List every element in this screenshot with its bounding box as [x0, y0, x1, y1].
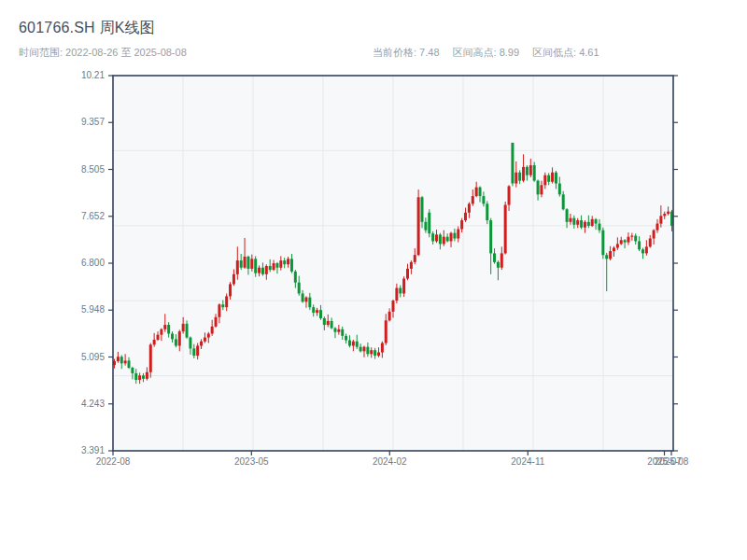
candle-body: [359, 347, 362, 352]
candle-body: [304, 298, 307, 302]
candle-body: [261, 268, 264, 274]
candle-body: [395, 288, 398, 301]
candle-body: [595, 219, 598, 224]
stat-current-price: 当前价格: 7.48: [373, 46, 440, 60]
candle-body: [244, 257, 247, 268]
y-tick-label: 10.21: [81, 70, 105, 80]
candle-body: [543, 175, 546, 186]
candle-body: [649, 239, 652, 247]
candle-body: [200, 342, 203, 346]
candle-body: [424, 222, 427, 231]
candle-body: [273, 263, 275, 270]
candle-body: [298, 283, 301, 294]
candle-body: [388, 312, 391, 320]
candle-body: [399, 288, 402, 294]
candle-body: [514, 173, 517, 184]
date-range-label: 时间范围: 2022-08-26 至 2025-08-08: [19, 46, 187, 60]
candle-body: [175, 339, 177, 345]
candle-body: [348, 341, 351, 346]
candle-body: [558, 184, 561, 195]
candle-body: [352, 342, 355, 346]
y-tick-label: 5.948: [81, 304, 105, 315]
candle-body: [511, 143, 514, 184]
candle-body: [128, 360, 131, 368]
candle-body: [576, 220, 579, 225]
candle-body: [131, 368, 134, 373]
candle-body: [362, 347, 365, 352]
candle-body: [551, 173, 554, 182]
candle-body: [587, 222, 590, 226]
candle-body: [439, 234, 442, 244]
candle-body: [211, 327, 214, 334]
candle-body: [653, 231, 655, 239]
candle-body: [443, 237, 445, 245]
candle-body: [207, 333, 210, 337]
candle-body: [312, 307, 315, 313]
candle-body: [221, 304, 224, 307]
price-stats: 当前价格: 7.48 区间高点: 8.99 区间低点: 4.61: [373, 46, 599, 60]
candle-body: [460, 220, 463, 229]
candle-body: [414, 255, 416, 262]
chart-header: 601766.SH 周K线图 时间范围: 2022-08-26 至 2025-0…: [19, 19, 730, 59]
candle-body: [526, 167, 529, 175]
candle-body: [613, 248, 615, 252]
candle-body: [182, 324, 185, 331]
candle-body: [294, 272, 297, 283]
y-tick-label: 9.357: [81, 117, 105, 127]
chart-subheader: 时间范围: 2022-08-26 至 2025-08-08 当前价格: 7.48…: [19, 46, 730, 59]
candle-body: [134, 373, 137, 380]
candle-body: [236, 260, 239, 274]
candle-body: [609, 251, 612, 259]
x-axis: 2022-082023-052024-022024-112025-072025-…: [96, 451, 689, 467]
candle-body: [167, 325, 170, 333]
candle-body: [522, 167, 525, 181]
candle-body: [497, 262, 500, 268]
candle-body: [392, 301, 395, 312]
candle-body: [663, 214, 666, 216]
candle-body: [508, 186, 511, 204]
candle-body: [464, 213, 467, 220]
candle-body: [493, 253, 496, 261]
candle-body: [331, 321, 333, 329]
candle-body: [655, 224, 658, 231]
candle-body: [120, 357, 123, 363]
candle-body: [468, 203, 471, 212]
candle-body: [377, 353, 380, 357]
candle-body: [374, 350, 376, 356]
candle-body: [472, 196, 474, 203]
x-tick-label: 2024-11: [511, 456, 544, 467]
candle-body: [146, 372, 148, 379]
stat-range-high: 区间高点: 8.99: [453, 46, 520, 60]
candle-body: [630, 236, 633, 237]
y-tick-label: 4.243: [81, 399, 105, 409]
candle-body: [431, 233, 434, 241]
candle-body: [287, 259, 289, 264]
x-tick-label: 2025-08: [655, 456, 689, 467]
candle-body: [518, 173, 521, 181]
candle-body: [218, 304, 220, 317]
candle-body: [659, 216, 662, 223]
candle-body: [601, 231, 604, 256]
candle-body: [569, 218, 571, 222]
candle-body: [186, 324, 189, 338]
candle-body: [327, 321, 330, 325]
y-tick-label: 3.391: [81, 445, 105, 455]
candle-body: [457, 229, 459, 238]
candle-body: [624, 240, 627, 242]
candle-body: [308, 298, 311, 308]
candle-body: [178, 331, 181, 345]
candle-body: [406, 269, 409, 279]
candle-body: [591, 219, 594, 226]
candle-body: [446, 237, 449, 242]
x-tick-label: 2024-02: [373, 456, 407, 467]
candle-body: [153, 340, 156, 344]
candle-body: [402, 279, 405, 294]
y-tick-label: 8.505: [81, 164, 105, 175]
candle-body: [627, 237, 629, 243]
candlestick-chart: 10.219.3578.5057.6526.8005.9485.0954.243…: [0, 0, 747, 560]
candle-body: [435, 234, 438, 241]
candle-body: [275, 263, 278, 268]
candle-body: [160, 329, 162, 335]
candle-body: [258, 268, 261, 273]
candle-body: [562, 194, 565, 209]
